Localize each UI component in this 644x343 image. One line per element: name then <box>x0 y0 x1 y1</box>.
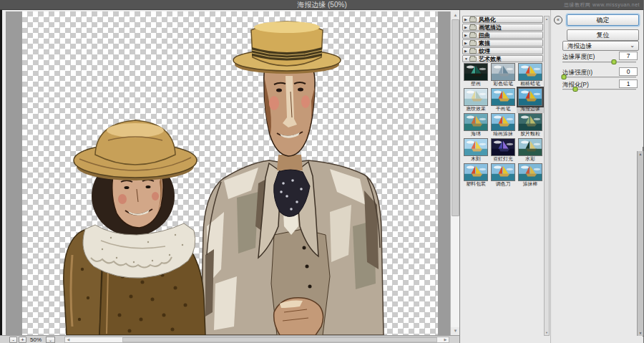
filter-thumbnail-label: 霓虹灯光 <box>491 156 516 162</box>
filter-gallery-dialog: 海报边缘 (50%) 思缘教程网 www.missyuan.net <box>0 0 644 343</box>
ok-button[interactable]: 确定 <box>567 14 639 26</box>
scroll-down-icon[interactable]: ▼ <box>638 331 643 335</box>
filter-preview-image <box>491 163 515 181</box>
filter-thumbnail[interactable]: 干画笔 <box>489 88 517 113</box>
category-disclosure-triangle-icon[interactable]: ▶ <box>464 33 469 37</box>
filter-preview-image <box>464 163 488 181</box>
filter-thumbnail[interactable]: 塑料包装 <box>462 163 489 188</box>
slider-track[interactable] <box>562 77 636 78</box>
category-disclosure-triangle-icon[interactable]: ▶ <box>464 25 469 29</box>
zoom-dropdown-button[interactable]: ⌄ <box>46 337 55 343</box>
filter-preview-image <box>518 88 542 106</box>
filter-thumbnail-label: 木刻 <box>464 156 489 162</box>
vertical-scrollbar-thumb[interactable] <box>452 19 459 216</box>
category-disclosure-triangle-icon[interactable]: ▶ <box>464 49 469 53</box>
filter-thumbnail-label: 海报边缘 <box>518 106 543 112</box>
canvas-horizontal-scrollbar[interactable]: ◀ ▶ <box>64 337 449 343</box>
filter-preview-image <box>464 113 488 131</box>
filter-preview-image <box>518 63 542 81</box>
category-label: 风格化 <box>479 16 496 24</box>
filter-thumbnail-label: 胶片颗粒 <box>518 131 543 137</box>
filter-category-row[interactable]: ▶ 素描 <box>462 39 543 47</box>
zoom-out-button[interactable]: - <box>9 337 17 343</box>
dialog-titlebar: 海报边缘 (50%) 思缘教程网 www.missyuan.net <box>0 0 644 10</box>
filter-thumbnail-label: 底纹效果 <box>464 106 489 112</box>
filter-preview-image <box>491 88 515 106</box>
filter-thumbnail[interactable]: 彩色铅笔 <box>489 63 517 88</box>
folder-icon <box>469 57 477 62</box>
filter-preview-image <box>518 163 542 181</box>
filter-thumbnail[interactable]: 涂抹棒 <box>517 163 544 188</box>
filter-select-dropdown[interactable]: 海报边缘 ⌄ <box>562 41 639 51</box>
scroll-down-icon[interactable]: ▼ <box>545 331 549 334</box>
chevron-down-icon: ⌄ <box>630 42 635 50</box>
canvas-vertical-scrollbar[interactable]: ▲ ▼ <box>450 11 459 335</box>
filter-thumbnail-label: 壁画 <box>464 81 489 87</box>
man-figure <box>201 21 384 335</box>
slider-value-field[interactable]: 0 <box>619 67 638 76</box>
preview-canvas-area: ▲ ▼ - + 50% ⌄ ◀ ▶ <box>0 10 459 343</box>
category-label: 素描 <box>479 39 490 47</box>
filter-select-value: 海报边缘 <box>567 42 592 49</box>
collapse-thumbnails-button[interactable]: « <box>554 16 562 24</box>
filter-thumbnail[interactable]: 绘画涂抹 <box>489 113 517 138</box>
filter-thumbnail[interactable]: 海绵 <box>462 113 489 138</box>
filter-thumbnail-grid: 壁画 彩色铅笔 粗糙蜡笔 <box>462 63 545 188</box>
filter-category-row[interactable]: ▶ 扭曲 <box>462 32 543 39</box>
category-disclosure-triangle-icon[interactable]: ▶ <box>464 17 469 21</box>
watermark-text: 思缘教程网 www.missyuan.net <box>564 1 640 9</box>
filter-thumbnail-label: 海绵 <box>464 131 489 137</box>
filter-preview-image <box>491 138 515 156</box>
filter-thumbnail[interactable]: 胶片颗粒 <box>517 113 544 138</box>
filter-thumbnail[interactable]: 壁画 <box>462 63 489 88</box>
reset-button[interactable]: 复位 <box>567 29 639 41</box>
scroll-up-icon[interactable]: ▲ <box>545 17 549 21</box>
filter-preview-image <box>491 63 515 81</box>
filter-thumbnail-label: 塑料包装 <box>464 181 489 187</box>
filter-preview-image <box>464 138 488 156</box>
filter-category-row[interactable]: ▶ 风格化 <box>462 16 543 23</box>
scroll-up-icon[interactable]: ▲ <box>638 152 643 156</box>
filter-thumbnail[interactable]: 木刻 <box>462 138 489 163</box>
filter-category-list: ▶ 风格化 ▶ 画笔描边 ▶ 扭曲 ▶ 素描 ▶ 纹理 ▼ 艺术效果 <box>462 16 543 63</box>
folder-icon <box>469 49 477 54</box>
slider-value-field[interactable]: 7 <box>619 52 638 60</box>
slider-track[interactable] <box>562 89 636 90</box>
filter-category-row[interactable]: ▼ 艺术效果 <box>462 55 543 62</box>
category-disclosure-triangle-icon[interactable]: ▶ <box>464 41 469 45</box>
zoom-level-value: 50% <box>30 337 42 343</box>
filter-thumbnail[interactable]: 底纹效果 <box>462 88 489 113</box>
slider-label: 边缘厚度(E) <box>562 53 595 62</box>
slider-track[interactable] <box>562 62 636 63</box>
slider-knob[interactable] <box>612 59 617 64</box>
folder-icon <box>469 17 477 22</box>
folder-icon <box>469 33 477 38</box>
slider-knob[interactable] <box>562 74 567 79</box>
filter-thumbnail-label: 调色刀 <box>491 181 516 187</box>
canvas-pasteboard <box>6 11 450 335</box>
zoom-in-button[interactable]: + <box>19 337 26 343</box>
filter-thumbnail[interactable]: 粗糙蜡笔 <box>517 63 544 88</box>
layers-scrollbar[interactable]: ▲ ▼ <box>637 151 643 336</box>
filter-category-row[interactable]: ▶ 纹理 <box>462 47 543 54</box>
filter-category-row[interactable]: ▶ 画笔描边 <box>462 24 543 31</box>
preview-artwork <box>22 11 438 335</box>
filter-thumbnail-label: 彩色铅笔 <box>491 81 516 87</box>
filter-thumbnail[interactable]: 海报边缘 <box>517 88 544 113</box>
category-disclosure-triangle-icon[interactable]: ▼ <box>464 57 469 61</box>
scroll-right-icon[interactable]: ▶ <box>442 337 449 342</box>
horizontal-scrollbar-thumb[interactable] <box>122 337 437 342</box>
canvas-bottom-bar: - + 50% ⌄ ◀ ▶ <box>0 335 459 343</box>
filter-thumbnail-label: 水彩 <box>518 156 543 162</box>
filter-thumbnail[interactable]: 霓虹灯光 <box>489 138 517 163</box>
scroll-left-icon[interactable]: ◀ <box>65 337 72 342</box>
browser-scrollbar[interactable]: ▲ ▼ <box>544 16 550 336</box>
woman-figure <box>64 120 205 335</box>
slider-knob[interactable] <box>572 87 577 92</box>
filter-thumbnail[interactable]: 调色刀 <box>489 163 517 188</box>
filter-thumbnail-label: 涂抹棒 <box>518 181 543 187</box>
dialog-title: 海报边缘 (50%) <box>0 0 644 10</box>
filter-preview-image <box>464 88 488 106</box>
filter-thumbnail[interactable]: 水彩 <box>517 138 544 163</box>
slider-value-field[interactable]: 1 <box>619 79 638 88</box>
